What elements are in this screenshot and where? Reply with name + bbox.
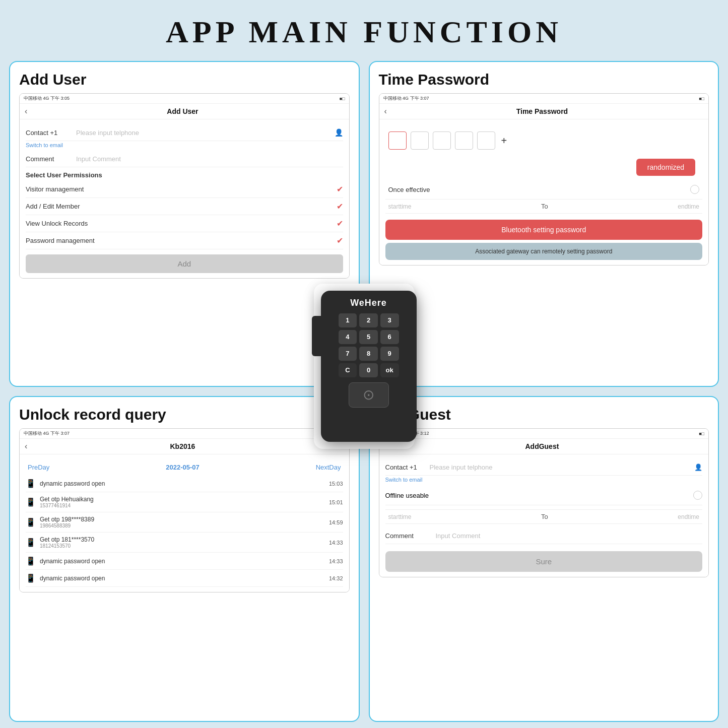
add-user-body: Contact +1 Please input telphone 👤 Switc… <box>20 119 349 278</box>
contact-row: Contact +1 Please input telphone 👤 <box>26 124 343 141</box>
bluetooth-setting-btn[interactable]: Bluetooth setting password <box>385 220 703 240</box>
record-time-4: 14:33 <box>329 540 343 546</box>
time-password-panel: Time Password 中国移动 4G 下午 3:07 ■□ ‹ Time … <box>369 61 719 387</box>
add-guest-body: Contact +1 Please input telphone 👤 Switc… <box>379 454 709 577</box>
perm-records-label: View Unlock Records <box>26 220 88 227</box>
comment-placeholder: Input Comment <box>76 155 343 163</box>
ag-switch-email[interactable]: Switch to email <box>385 477 703 483</box>
select-permissions-header: Select User Permissions <box>26 167 343 181</box>
endtime-label: endtime <box>678 203 699 210</box>
date-nav: PreDay 2022-05-07 NextDay <box>26 459 343 475</box>
key-5[interactable]: 5 <box>359 330 378 344</box>
add-guest-panel: AddGuest 中国移动 4G 下午 3:12 ■□ ‹ AddGuest C… <box>369 396 719 722</box>
record-time-5: 14:33 <box>329 558 343 564</box>
key-2[interactable]: 2 <box>359 313 378 327</box>
record-info-4: Get otp 181****3570 18124153570 <box>40 536 325 549</box>
record-title-5: dynamic password open <box>40 558 325 565</box>
key-1[interactable]: 1 <box>339 313 357 327</box>
gateway-btn[interactable]: Associated gateway can remotely setting … <box>385 243 703 260</box>
device-side-bar <box>312 316 321 356</box>
perm-member-check: ✔ <box>337 202 343 211</box>
record-sub-4: 18124153570 <box>40 543 325 549</box>
add-user-title: Add User <box>19 71 350 88</box>
add-guest-title: AddGuest <box>379 406 709 423</box>
randomized-button[interactable]: randomized <box>636 159 695 176</box>
device-brand: WeHere <box>350 298 387 308</box>
tp-box-4[interactable] <box>455 131 473 150</box>
tp-box-1[interactable] <box>388 131 407 150</box>
perm-records: View Unlock Records ✔ <box>26 215 343 232</box>
ag-endtime-label: endtime <box>678 513 699 520</box>
tp-box-3[interactable] <box>433 131 451 150</box>
nav-bar-ag: ‹ AddGuest <box>379 439 709 454</box>
add-button[interactable]: Add <box>26 254 343 273</box>
back-arrow-ur-icon[interactable]: ‹ <box>25 442 27 451</box>
key-7[interactable]: 7 <box>339 347 357 361</box>
nav-bar-add-user: ‹ Add User <box>20 104 349 119</box>
key-ok[interactable]: ok <box>380 363 399 377</box>
key-9[interactable]: 9 <box>380 347 399 361</box>
tp-plus-icon: + <box>501 135 507 147</box>
record-row-2: 📱 Get otp Hehuaikang 15377461914 15:01 <box>26 492 343 512</box>
record-info-2: Get otp Hehuaikang 15377461914 <box>40 496 325 508</box>
time-password-title: Time Password <box>379 71 709 88</box>
record-row-4: 📱 Get otp 181****3570 18124153570 14:33 <box>26 533 343 553</box>
next-day-btn[interactable]: NextDay <box>316 464 341 471</box>
key-6[interactable]: 6 <box>380 330 399 344</box>
ag-comment-row: Comment Input Comment <box>385 528 703 544</box>
record-phone-icon-1: 📱 <box>26 479 36 488</box>
comment-row: Comment Input Comment <box>26 151 343 167</box>
once-effective-radio[interactable] <box>690 185 699 194</box>
device-container: WeHere 1 2 3 4 5 6 7 8 9 C 0 ok ⊙ <box>314 284 415 449</box>
record-time-2: 15:01 <box>329 499 343 505</box>
perm-password-label: Password management <box>26 237 95 244</box>
tp-box-2[interactable] <box>411 131 429 150</box>
record-title-6: dynamic password open <box>40 575 325 582</box>
prev-day-btn[interactable]: PreDay <box>28 464 49 471</box>
record-time-1: 15:03 <box>329 481 343 487</box>
status-bar-tp: 中国移动 4G 下午 3:07 ■□ <box>379 94 709 104</box>
perm-member-label: Add / Edit Member <box>26 203 80 210</box>
key-3[interactable]: 3 <box>380 313 399 327</box>
perm-member: Add / Edit Member ✔ <box>26 198 343 215</box>
record-info-1: dynamic password open <box>40 480 325 487</box>
record-time-6: 14:32 <box>329 575 343 581</box>
record-phone-icon-6: 📱 <box>26 573 36 583</box>
perm-visitor: Visitor management ✔ <box>26 181 343 198</box>
ag-starttime-label: starttime <box>388 513 412 520</box>
once-effective-label: Once effective <box>388 186 430 193</box>
fingerprint-area: ⊙ <box>349 382 389 408</box>
offline-radio[interactable] <box>693 491 702 500</box>
time-range-row: starttime To endtime <box>385 199 703 214</box>
record-sub-3: 19864588389 <box>40 523 325 528</box>
key-c[interactable]: C <box>339 363 357 377</box>
time-password-phone: 中国移动 4G 下午 3:07 ■□ ‹ Time Password + ran… <box>379 93 709 266</box>
key-0[interactable]: 0 <box>359 363 378 377</box>
contact-icon: 👤 <box>335 128 343 137</box>
record-title-3: Get otp 198****8389 <box>40 516 325 523</box>
perm-visitor-label: Visitor management <box>26 185 84 193</box>
record-info-6: dynamic password open <box>40 575 325 582</box>
once-effective-row: Once effective <box>385 180 703 199</box>
ag-time-range-row: starttime To endtime <box>385 509 703 524</box>
ag-contact-label: Contact +1 <box>385 464 426 471</box>
sure-button[interactable]: Sure <box>385 551 703 572</box>
ag-comment-placeholder: Input Comment <box>436 532 703 540</box>
back-arrow-icon[interactable]: ‹ <box>25 107 27 116</box>
record-title-1: dynamic password open <box>40 480 325 487</box>
ag-contact-icon: 👤 <box>694 464 702 471</box>
record-time-3: 14:59 <box>329 519 343 525</box>
record-row-5: 📱 dynamic password open 14:33 <box>26 553 343 570</box>
to-label: To <box>541 203 548 210</box>
switch-email-link[interactable]: Switch to email <box>26 142 343 148</box>
tp-box-5[interactable] <box>477 131 495 150</box>
key-4[interactable]: 4 <box>339 330 357 344</box>
offline-row: Offline useable <box>385 486 703 505</box>
back-arrow-tp-icon[interactable]: ‹ <box>384 107 387 116</box>
unlock-record-phone: 中国移动 4G 下午 3:07 ■□ ‹ Kb2016 PreDay 2022-… <box>19 428 350 592</box>
ag-contact-placeholder: Please input telphone <box>430 464 691 471</box>
contact-label: Contact +1 <box>26 129 76 137</box>
record-row-1: 📱 dynamic password open 15:03 <box>26 475 343 492</box>
key-8[interactable]: 8 <box>359 347 378 361</box>
record-phone-icon-2: 📱 <box>26 497 36 507</box>
